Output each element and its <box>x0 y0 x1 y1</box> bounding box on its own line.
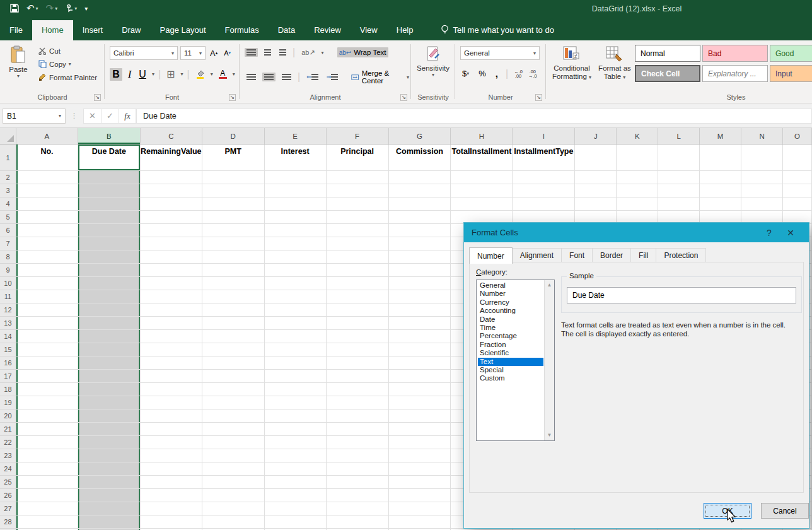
cell-D15[interactable] <box>202 343 265 356</box>
italic-button[interactable]: I <box>126 68 133 81</box>
cell-G26[interactable] <box>389 489 451 502</box>
cell-B16[interactable] <box>78 356 141 370</box>
cell-C4[interactable] <box>141 197 202 211</box>
cell-E23[interactable] <box>265 449 327 462</box>
cell-F16[interactable] <box>327 356 389 370</box>
cell-D10[interactable] <box>202 277 265 290</box>
borders-dropdown[interactable]: ▾ <box>180 71 183 77</box>
cell-B1[interactable]: Due Date <box>78 144 141 171</box>
align-middle-button[interactable] <box>262 48 273 57</box>
cell-E4[interactable] <box>265 197 327 211</box>
category-item-percentage[interactable]: Percentage <box>478 332 543 340</box>
dialog-close-button[interactable]: ✕ <box>780 228 801 238</box>
font-color-button[interactable]: A <box>217 69 229 80</box>
cell-H3[interactable] <box>451 184 513 197</box>
cell-G9[interactable] <box>389 264 451 277</box>
cell-B7[interactable] <box>78 237 141 250</box>
cell-G22[interactable] <box>389 436 451 449</box>
cell-E2[interactable] <box>265 171 327 184</box>
cell-D6[interactable] <box>202 224 265 237</box>
cell-E26[interactable] <box>265 489 327 502</box>
cell-C26[interactable] <box>141 489 202 502</box>
style-explanatory-[interactable]: Explanatory ... <box>702 65 768 82</box>
cell-L4[interactable] <box>658 197 700 211</box>
cell-B5[interactable] <box>78 211 141 224</box>
cell-F25[interactable] <box>327 476 389 489</box>
row-header-5[interactable]: 5 <box>0 211 16 224</box>
column-header-H[interactable]: H <box>451 128 513 144</box>
category-item-custom[interactable]: Custom <box>478 374 543 382</box>
orientation-dropdown[interactable]: ▾ <box>322 50 324 56</box>
cell-G4[interactable] <box>389 197 451 211</box>
underline-dropdown[interactable]: ▾ <box>152 71 154 77</box>
cell-G3[interactable] <box>389 184 451 197</box>
cell-L2[interactable] <box>658 171 700 184</box>
column-header-J[interactable]: J <box>575 128 617 144</box>
cell-F2[interactable] <box>327 171 389 184</box>
cell-J2[interactable] <box>575 171 617 184</box>
cell-C9[interactable] <box>141 264 202 277</box>
cell-E12[interactable] <box>265 303 327 317</box>
formula-input[interactable]: Due Date <box>136 109 812 124</box>
format-as-table-button[interactable]: Format as Table ▾ <box>596 45 633 81</box>
cell-D11[interactable] <box>202 290 265 303</box>
column-header-G[interactable]: G <box>389 128 451 144</box>
cell-G5[interactable] <box>389 211 451 224</box>
cell-F20[interactable] <box>327 409 389 423</box>
cell-D28[interactable] <box>202 515 265 529</box>
row-header-17[interactable]: 17 <box>0 370 16 383</box>
cell-G27[interactable] <box>389 502 451 515</box>
alignment-dialog-launcher[interactable]: ↘ <box>400 94 407 101</box>
cell-F6[interactable] <box>327 224 389 237</box>
cell-E21[interactable] <box>265 423 327 436</box>
category-item-date[interactable]: Date <box>478 315 543 324</box>
cell-J4[interactable] <box>575 197 617 211</box>
dialog-help-button[interactable]: ? <box>758 228 780 238</box>
comma-style-button[interactable]: , <box>494 67 500 80</box>
cut-button[interactable]: Cut <box>37 47 99 56</box>
cell-J3[interactable] <box>575 184 617 197</box>
cell-D9[interactable] <box>202 264 265 277</box>
cell-B4[interactable] <box>78 197 141 211</box>
cell-I4[interactable] <box>513 197 575 211</box>
align-center-button[interactable] <box>262 73 276 81</box>
row-header-19[interactable]: 19 <box>0 396 16 409</box>
cell-A14[interactable] <box>16 330 78 343</box>
number-dialog-launcher[interactable]: ↘ <box>535 94 542 101</box>
cell-B28[interactable] <box>78 515 141 529</box>
cell-F28[interactable] <box>327 515 389 529</box>
cell-E16[interactable] <box>265 356 327 370</box>
cell-F17[interactable] <box>327 370 389 383</box>
cell-G16[interactable] <box>389 356 451 370</box>
cell-O4[interactable] <box>783 197 812 211</box>
cell-K3[interactable] <box>617 184 658 197</box>
cell-E6[interactable] <box>265 224 327 237</box>
cell-O2[interactable] <box>783 171 812 184</box>
cell-D17[interactable] <box>202 370 265 383</box>
cell-D26[interactable] <box>202 489 265 502</box>
cell-E17[interactable] <box>265 370 327 383</box>
cell-F24[interactable] <box>327 462 389 476</box>
dialog-title-bar[interactable]: Format Cells ? ✕ <box>464 223 809 242</box>
cell-M2[interactable] <box>700 171 741 184</box>
row-header-21[interactable]: 21 <box>0 423 16 436</box>
ribbon-tab-help[interactable]: Help <box>387 20 423 40</box>
cell-E10[interactable] <box>265 277 327 290</box>
cell-D2[interactable] <box>202 171 265 184</box>
cell-E24[interactable] <box>265 462 327 476</box>
cell-F9[interactable] <box>327 264 389 277</box>
cell-G24[interactable] <box>389 462 451 476</box>
cell-M1[interactable] <box>700 144 741 171</box>
row-header-14[interactable]: 14 <box>0 330 16 343</box>
cell-F3[interactable] <box>327 184 389 197</box>
cell-F7[interactable] <box>327 237 389 250</box>
cell-C23[interactable] <box>141 449 202 462</box>
cell-K2[interactable] <box>617 171 658 184</box>
cell-D1[interactable]: PMT <box>202 144 265 171</box>
cell-B17[interactable] <box>78 370 141 383</box>
cell-G18[interactable] <box>389 383 451 396</box>
cell-A12[interactable] <box>16 303 78 317</box>
ribbon-tab-review[interactable]: Review <box>304 20 351 40</box>
paste-button[interactable]: Paste ▾ <box>4 45 33 88</box>
cell-A22[interactable] <box>16 436 78 449</box>
